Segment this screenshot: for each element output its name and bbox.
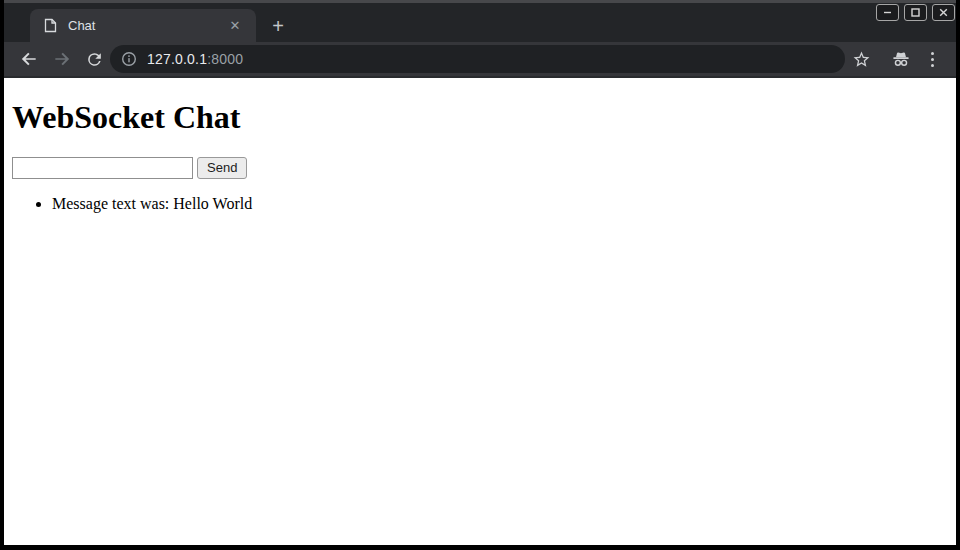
tab-close-icon[interactable]: ✕ [226, 17, 244, 35]
url-port: :8000 [207, 51, 243, 67]
minimize-button[interactable] [876, 4, 899, 21]
window-controls [876, 4, 955, 21]
three-dots-icon [931, 52, 934, 67]
tab-chat[interactable]: Chat ✕ [30, 9, 256, 42]
forward-arrow-icon [52, 49, 72, 69]
star-icon [852, 50, 871, 69]
new-tab-button[interactable]: + [265, 13, 291, 39]
message-list: Message text was: Hello World [12, 195, 948, 214]
forward-button[interactable] [48, 45, 76, 73]
message-item: Message text was: Hello World [52, 195, 948, 214]
address-bar[interactable]: 127.0.0.1:8000 [110, 45, 845, 73]
page-favicon-icon [44, 18, 58, 34]
tab-strip: Chat ✕ + [4, 0, 956, 42]
browser-menu-button[interactable] [918, 45, 946, 73]
send-button[interactable]: Send [197, 157, 247, 179]
maximize-button[interactable] [904, 4, 927, 21]
bookmark-button[interactable] [847, 45, 875, 73]
reload-button[interactable] [80, 45, 108, 73]
incognito-badge-icon [887, 45, 915, 73]
message-input[interactable] [12, 157, 193, 179]
close-button[interactable] [932, 4, 955, 21]
page-content: WebSocket Chat Send Message text was: He… [4, 78, 956, 545]
reload-icon [85, 50, 104, 69]
browser-toolbar: 127.0.0.1:8000 [4, 42, 956, 78]
back-arrow-icon [19, 49, 39, 69]
site-info-icon[interactable] [120, 50, 138, 68]
page-title: WebSocket Chat [12, 99, 948, 136]
tab-title: Chat [68, 18, 226, 33]
url-text: 127.0.0.1:8000 [147, 51, 243, 67]
browser-window: Chat ✕ + [0, 0, 960, 550]
url-host: 127.0.0.1 [147, 51, 207, 67]
chat-form: Send [12, 157, 948, 179]
back-button[interactable] [15, 45, 43, 73]
